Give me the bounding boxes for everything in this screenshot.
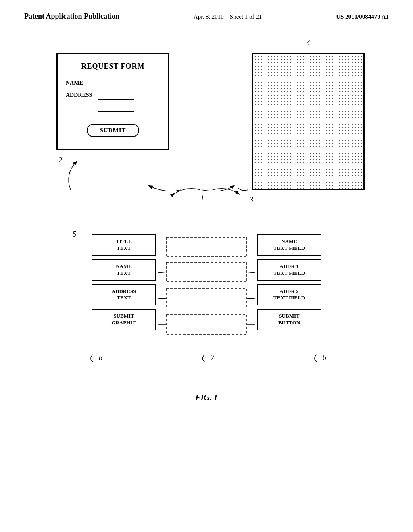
middle-area [158,234,255,355]
submit-btn-area: SUBMIT [66,124,160,137]
address2-input-visual [98,103,134,112]
label-4: 4 [307,39,310,47]
label-7-curve [199,353,211,363]
label-3: 3 [250,195,253,204]
submit-button-box: SUBMITBUTTON [257,309,321,330]
title-text-box: TITLETEXT [92,234,156,256]
address-row: ADDRESS [66,91,160,100]
svg-text:1: 1 [201,194,204,201]
submit-btn-visual: SUBMIT [87,124,139,137]
svg-line-6 [158,272,166,273]
svg-rect-3 [166,289,247,308]
form-title: REQUEST FORM [66,62,160,71]
right-column: NAMETEXT FIELD ADDR 1TEXT FIELD ADDR 2TE… [257,234,321,355]
figure-caption: FIG. 1 [24,393,389,402]
label-7: 7 [211,353,215,362]
label-6-curve [311,353,323,363]
label-6: 6 [323,353,326,362]
label-7-container: 7 [199,353,215,363]
name-text-field-box: NAMETEXT FIELD [257,234,321,256]
svg-line-7 [158,298,166,299]
addr2-text-field-box: ADDR 2TEXT FIELD [257,284,321,306]
header-right: US 2010/0084479 A1 [336,13,389,20]
name-label: NAME [66,80,94,86]
submit-graphic-box: SUBMITGRAPHIC [92,309,156,330]
bottom-diagram-section: 5 — TITLETEXT NAMETEXT ADDRESSTEXT SUBMI… [24,234,389,361]
name-row: NAME [66,79,160,87]
svg-line-11 [247,298,255,299]
dotted-pattern-box [252,53,365,190]
top-diagram-section: REQUEST FORM NAME ADDRESS SUBMIT 2 [24,33,389,210]
address-label: ADDRESS [66,92,94,98]
request-form-container: REQUEST FORM NAME ADDRESS SUBMIT 2 [56,53,169,150]
request-form-box: REQUEST FORM NAME ADDRESS SUBMIT [56,53,169,150]
dots-pattern [253,54,363,189]
dotted-box-container: 4 3 [252,53,365,190]
page-header: Patent Application Publication Apr. 8, 2… [0,0,413,25]
arrow-label-1-area: 1 [166,182,247,206]
label-8-curve [87,353,99,363]
left-column: TITLETEXT NAMETEXT ADDRESSTEXT SUBMITGRA… [92,234,156,355]
svg-rect-1 [166,237,247,257]
svg-line-10 [247,272,255,273]
header-left: Patent Application Publication [24,12,119,21]
label-2: 2 [58,156,62,164]
header-center: Apr. 8, 2010 Sheet 1 of 21 [194,13,262,20]
svg-rect-2 [166,262,247,282]
middle-svg [158,234,255,353]
address-text-box: ADDRESSTEXT [92,284,156,306]
bottom-inner: TITLETEXT NAMETEXT ADDRESSTEXT SUBMITGRA… [24,234,389,355]
address2-row [66,103,160,112]
svg-rect-4 [166,315,247,334]
arrow-1-svg: 1 [166,182,247,206]
addr1-text-field-box: ADDR 1TEXT FIELD [257,259,321,281]
name-text-box: NAMETEXT [92,259,156,281]
address-input-visual [98,91,134,100]
name-input-visual [98,79,134,87]
label-6-container: 6 [311,353,326,363]
main-content: REQUEST FORM NAME ADDRESS SUBMIT 2 [0,25,413,410]
label-8-container: 8 [87,353,102,363]
label-8: 8 [99,353,102,362]
